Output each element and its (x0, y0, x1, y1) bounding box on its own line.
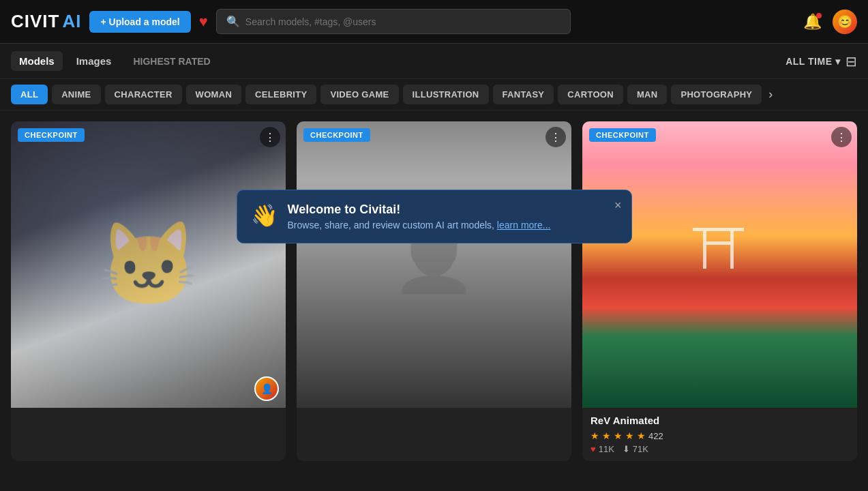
star-4: ★ (625, 430, 634, 441)
card-likes: ♥ 11K (590, 444, 614, 454)
avatar-emoji: 😊 (837, 14, 852, 29)
header: CIVITAI + Upload a model ♥ 🔍 🔔 😊 (0, 0, 868, 44)
card-image-2: CHECKPOINT ⋮ (297, 121, 571, 408)
category-man[interactable]: MAN (627, 85, 668, 104)
filter-icon: ⊟ (845, 54, 857, 69)
likes-count: 11K (599, 444, 614, 454)
category-fantasy[interactable]: FANTASY (493, 85, 554, 104)
card-thumbnail-3 (582, 121, 857, 408)
chevron-down-icon: ▾ (835, 56, 841, 67)
category-video-game[interactable]: VIDEO GAME (320, 85, 398, 104)
card-footer-3: ReV Animated ★ ★ ★ ★ ★ 422 ♥ 11K ⬇ (582, 408, 857, 461)
card-badge-2: CHECKPOINT (303, 128, 370, 142)
categories-next-button[interactable]: › (766, 85, 775, 104)
category-all[interactable]: ALL (11, 85, 48, 104)
category-celebrity[interactable]: CELEBRITY (245, 85, 316, 104)
site-logo[interactable]: CIVITAI (11, 11, 81, 32)
card-downloads: ⬇ 71K (623, 444, 648, 454)
logo-text-ai: AI (62, 11, 81, 32)
tab-models[interactable]: Models (11, 51, 63, 71)
card-author-avatar-1[interactable]: 👤 (254, 376, 279, 401)
card-stats-3: ♥ 11K ⬇ 71K (590, 444, 849, 454)
card-menu-button-2[interactable]: ⋮ (545, 127, 566, 147)
category-illustration[interactable]: ILLUSTRATION (403, 85, 489, 104)
star-3: ★ (614, 430, 623, 441)
filter-label: HIGHEST RATED (133, 56, 210, 67)
cards-grid: CHECKPOINT ⋮ 👤 CHECKPOINT ⋮ (11, 121, 857, 461)
category-cartoon[interactable]: CARTOON (558, 85, 623, 104)
welcome-banner: 👋 Welcome to Civitai! Browse, share, and… (237, 190, 632, 243)
favorites-button[interactable]: ♥ (199, 13, 208, 31)
category-woman[interactable]: WOMAN (186, 85, 242, 104)
card-image-1: CHECKPOINT ⋮ 👤 (11, 121, 286, 408)
more-vert-icon: ⋮ (836, 131, 847, 144)
card-2[interactable]: CHECKPOINT ⋮ (297, 121, 571, 461)
downloads-count: 71K (633, 444, 648, 454)
category-anime[interactable]: ANIME (52, 85, 100, 104)
category-photography[interactable]: PHOTOGRAPHY (671, 85, 762, 104)
star-2: ★ (602, 430, 611, 441)
star-5: ★ (637, 430, 646, 441)
heart-icon: ♥ (199, 13, 208, 31)
banner-description: Browse, share, and review custom AI art … (288, 220, 551, 230)
banner-emoji: 👋 (251, 203, 278, 228)
card-badge-1: CHECKPOINT (18, 128, 85, 142)
avatar[interactable]: 😊 (833, 10, 857, 34)
card-rating-3: ★ ★ ★ ★ ★ 422 (590, 430, 849, 441)
rating-count: 422 (648, 431, 663, 441)
heart-icon: ♥ (590, 444, 596, 454)
card-3[interactable]: CHECKPOINT ⋮ ReV Animated ★ ★ ★ ★ ★ 422 (582, 121, 857, 461)
download-icon: ⬇ (623, 444, 630, 454)
time-filter[interactable]: ALL TIME ▾ (785, 56, 840, 67)
nav-bar: Models Images HIGHEST RATED ALL TIME ▾ ⊟ (0, 44, 868, 79)
card-menu-button-1[interactable]: ⋮ (260, 127, 280, 147)
header-right: 🔔 😊 (803, 10, 857, 34)
notification-button[interactable]: 🔔 (803, 13, 822, 31)
card-1[interactable]: CHECKPOINT ⋮ 👤 (11, 121, 286, 461)
time-filter-label: ALL TIME (785, 56, 832, 67)
card-title-3: ReV Animated (590, 415, 849, 426)
card-menu-button-3[interactable]: ⋮ (831, 127, 852, 147)
card-badge-3: CHECKPOINT (589, 128, 656, 142)
upload-label: + Upload a model (100, 16, 179, 27)
more-vert-icon: ⋮ (265, 131, 275, 144)
card-image-3: CHECKPOINT ⋮ (582, 121, 857, 408)
arrow-right-icon: › (768, 87, 773, 101)
upload-button[interactable]: + Upload a model (89, 11, 190, 33)
banner-close-button[interactable]: × (614, 198, 622, 213)
close-icon: × (614, 198, 622, 212)
card-thumbnail-1 (11, 121, 286, 408)
banner-content: Welcome to Civitai! Browse, share, and r… (288, 203, 551, 230)
star-1: ★ (590, 430, 599, 441)
notification-dot (816, 13, 822, 18)
card-thumbnail-2 (297, 121, 571, 408)
category-bar: ALL ANIME CHARACTER WOMAN CELEBRITY VIDE… (0, 79, 868, 110)
search-bar: 🔍 (216, 9, 571, 34)
search-input[interactable] (245, 16, 560, 27)
tab-images[interactable]: Images (68, 51, 120, 71)
logo-text-civil: CIVIT (11, 11, 59, 32)
main-content: 👋 Welcome to Civitai! Browse, share, and… (0, 110, 868, 472)
category-character[interactable]: CHARACTER (105, 85, 182, 104)
banner-title: Welcome to Civitai! (288, 203, 551, 217)
banner-learn-more-link[interactable]: learn more... (497, 220, 551, 230)
more-vert-icon: ⋮ (550, 131, 561, 144)
banner-container: 👋 Welcome to Civitai! Browse, share, and… (237, 190, 632, 243)
search-icon: 🔍 (226, 15, 240, 28)
filter-button[interactable]: ⊟ (845, 53, 857, 70)
